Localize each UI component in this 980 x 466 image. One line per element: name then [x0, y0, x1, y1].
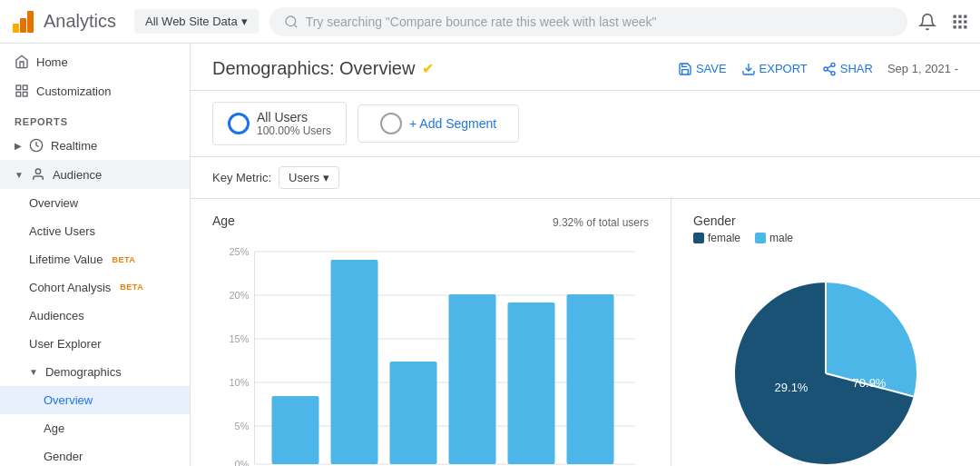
sidebar-item-active-users[interactable]: Active Users	[0, 217, 190, 245]
svg-rect-17	[16, 92, 21, 96]
save-button[interactable]: SAVE	[678, 62, 727, 76]
export-icon	[741, 62, 756, 76]
legend-female: female	[693, 232, 740, 244]
svg-point-22	[824, 67, 828, 71]
metric-dropdown-arrow-icon: ▾	[323, 171, 329, 184]
notification-icon[interactable]	[918, 13, 936, 31]
sidebar-item-demo-overview[interactable]: Overview	[0, 386, 190, 414]
beta-badge-cohort: BETA	[120, 283, 143, 292]
home-label: Home	[36, 55, 68, 69]
bar-35-44	[390, 362, 437, 464]
clock-icon	[29, 138, 44, 153]
sidebar-item-demo-gender[interactable]: Gender	[0, 442, 190, 466]
search-icon	[284, 15, 299, 29]
female-pct-label: 29.1%	[775, 381, 808, 394]
male-pct-label: 70.9%	[853, 376, 887, 390]
grid-apps-icon[interactable]	[951, 13, 969, 31]
segment-bar: All Users 100.00% Users + Add Segment	[191, 91, 980, 157]
svg-rect-6	[958, 15, 961, 17]
header-actions	[918, 13, 969, 31]
page-title: Demographics: Overview ✔	[212, 58, 434, 79]
svg-rect-9	[958, 20, 961, 23]
person-icon	[31, 167, 45, 182]
date-range: Sep 1, 2021 -	[887, 62, 958, 75]
customization-icon	[15, 84, 29, 98]
svg-rect-1	[20, 18, 26, 33]
legend-male: male	[755, 232, 793, 244]
sidebar-item-overview[interactable]: Overview	[0, 189, 190, 217]
sidebar-item-lifetime-value[interactable]: Lifetime Value BETA	[0, 245, 190, 273]
add-segment-label: + Add Segment	[409, 116, 496, 131]
bar-55-64	[508, 302, 555, 464]
sidebar-item-demo-age[interactable]: Age	[0, 414, 190, 442]
svg-rect-7	[964, 15, 966, 17]
sidebar-item-realtime[interactable]: ▶ Realtime	[0, 131, 190, 160]
age-chart-subtitle: 9.32% of total users	[553, 216, 649, 229]
gender-chart-section: Gender female male	[671, 199, 980, 466]
female-dot	[693, 233, 704, 243]
sidebar-item-demographics[interactable]: ▼ Demographics	[0, 358, 190, 386]
app-header: Analytics All Web Site Data ▾ Try search…	[0, 0, 980, 44]
all-users-segment[interactable]: All Users 100.00% Users	[212, 102, 347, 145]
svg-line-4	[294, 25, 297, 27]
logo: Analytics	[11, 9, 116, 35]
svg-rect-15	[23, 85, 27, 90]
page-title-text: Demographics: Overview	[212, 58, 415, 79]
cohort-analysis-label: Cohort Analysis	[29, 281, 111, 294]
share-button[interactable]: SHAR	[822, 62, 873, 76]
age-chart-section: Age 9.32% of total users 25% 20% 15% 10%…	[191, 199, 671, 466]
expand-icon: ▶	[15, 141, 22, 151]
sidebar-item-user-explorer[interactable]: User Explorer	[0, 330, 190, 358]
body: Home Customization REPORTS ▶ Realtime ▼ …	[0, 44, 980, 466]
segment-sub: 100.00% Users	[257, 124, 331, 137]
svg-rect-2	[27, 11, 34, 33]
sidebar-item-audiences[interactable]: Audiences	[0, 302, 190, 330]
age-chart-svg: 25% 20% 15% 10% 5% 0%	[212, 243, 649, 466]
main-content: Demographics: Overview ✔ SAVE EXPORT SHA…	[191, 44, 980, 466]
property-selector[interactable]: All Web Site Data ▾	[134, 9, 259, 34]
collapse-icon: ▼	[15, 170, 24, 180]
svg-point-21	[831, 63, 835, 66]
sidebar-item-cohort-analysis[interactable]: Cohort Analysis BETA	[0, 273, 190, 302]
verified-icon: ✔	[422, 60, 434, 77]
home-icon	[15, 55, 29, 69]
male-label: male	[769, 232, 793, 244]
svg-rect-13	[964, 25, 966, 28]
sidebar-item-audience[interactable]: ▼ Audience	[0, 160, 190, 189]
export-label: EXPORT	[760, 62, 808, 75]
search-placeholder: Try searching "Compare bounce rate this …	[306, 15, 657, 29]
header-actions-right: SAVE EXPORT SHAR Sep 1, 2021 -	[678, 62, 958, 76]
segment-name: All Users	[257, 110, 331, 124]
charts-area: Age 9.32% of total users 25% 20% 15% 10%…	[191, 199, 980, 466]
svg-line-25	[828, 65, 832, 68]
gender-pie-svg: 29.1% 70.9%	[717, 264, 935, 466]
sidebar-item-home[interactable]: Home	[0, 47, 190, 76]
dropdown-arrow-icon: ▾	[241, 15, 248, 28]
male-dot	[755, 233, 766, 243]
pie-container: 29.1% 70.9%	[693, 255, 958, 466]
svg-rect-14	[16, 85, 21, 90]
export-button[interactable]: EXPORT	[741, 62, 808, 76]
age-bar-chart: 25% 20% 15% 10% 5% 0%	[212, 243, 649, 466]
search-bar[interactable]: Try searching "Compare bounce rate this …	[270, 7, 907, 36]
metric-dropdown[interactable]: Users ▾	[279, 166, 339, 189]
beta-badge-lifetime: BETA	[112, 255, 135, 264]
svg-rect-10	[964, 20, 966, 23]
audience-label: Audience	[53, 168, 102, 182]
sidebar: Home Customization REPORTS ▶ Realtime ▼ …	[0, 44, 191, 466]
logo-text: Analytics	[44, 11, 116, 32]
svg-rect-16	[23, 92, 27, 96]
bar-25-34	[331, 260, 378, 464]
svg-text:5%: 5%	[235, 421, 250, 431]
customization-label: Customization	[36, 84, 111, 98]
share-icon	[822, 62, 837, 76]
svg-text:10%: 10%	[229, 377, 249, 388]
svg-rect-0	[13, 24, 19, 33]
female-label: female	[708, 232, 740, 244]
sidebar-item-customization[interactable]: Customization	[0, 76, 190, 105]
save-label: SAVE	[696, 62, 727, 75]
overview-label: Overview	[29, 196, 78, 210]
property-name: All Web Site Data	[145, 15, 238, 28]
bar-65plus	[567, 294, 614, 464]
add-segment-button[interactable]: + Add Segment	[358, 104, 519, 143]
